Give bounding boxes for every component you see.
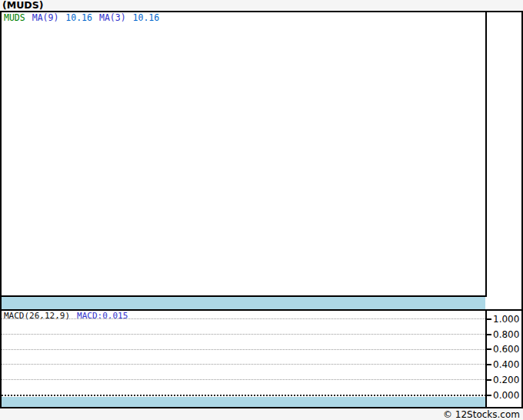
- ytick-mark: [485, 395, 491, 396]
- ytick-label: 0.200: [493, 375, 522, 385]
- price-axis-separator: [485, 12, 487, 295]
- ma9-label: MA(9): [32, 13, 59, 22]
- ytick-label: 0.000: [493, 390, 522, 401]
- ytick-label: 0.600: [493, 344, 522, 355]
- gridline-0.200: [2, 379, 485, 380]
- ytick-mark: [485, 334, 491, 335]
- macd-axis-separator: [485, 311, 487, 407]
- ticker-label: MUDS: [4, 13, 25, 22]
- ticker-title: (MUDS): [2, 0, 43, 11]
- ytick-label: 1.000: [493, 314, 522, 325]
- ytick-mark: [485, 364, 491, 365]
- ma3-value: 10.16: [133, 13, 160, 22]
- macd-label: MACD(26,12,9): [4, 312, 70, 321]
- ytick-mark: [485, 348, 491, 350]
- footer-credit: © 12Stocks.com: [0, 409, 520, 420]
- macd-value: MACD:0.015: [77, 312, 128, 321]
- ytick-mark: [485, 318, 491, 320]
- ytick-mark: [485, 379, 491, 381]
- gridline-1.000: [2, 318, 485, 319]
- ma9-value: 10.16: [65, 13, 92, 22]
- price-legend: MUDS MA(9) 10.16 MA(3) 10.16: [4, 13, 159, 22]
- gridline-0.400: [2, 364, 485, 365]
- ma3-label: MA(3): [99, 13, 126, 22]
- macd-legend: MACD(26,12,9) MACD:0.015: [4, 312, 128, 321]
- gridline-0.600: [2, 349, 485, 350]
- gridline-0.800: [2, 334, 485, 335]
- ytick-label: 0.800: [493, 329, 522, 340]
- ytick-label: 0.400: [493, 359, 522, 370]
- gridline-zero: [2, 395, 485, 396]
- separator-band-top: [2, 297, 485, 309]
- chart-page: (MUDS) MUDS MA(9) 10.16 MA(3) 10.16 MACD…: [0, 0, 523, 420]
- separator-band-bottom: [2, 397, 485, 407]
